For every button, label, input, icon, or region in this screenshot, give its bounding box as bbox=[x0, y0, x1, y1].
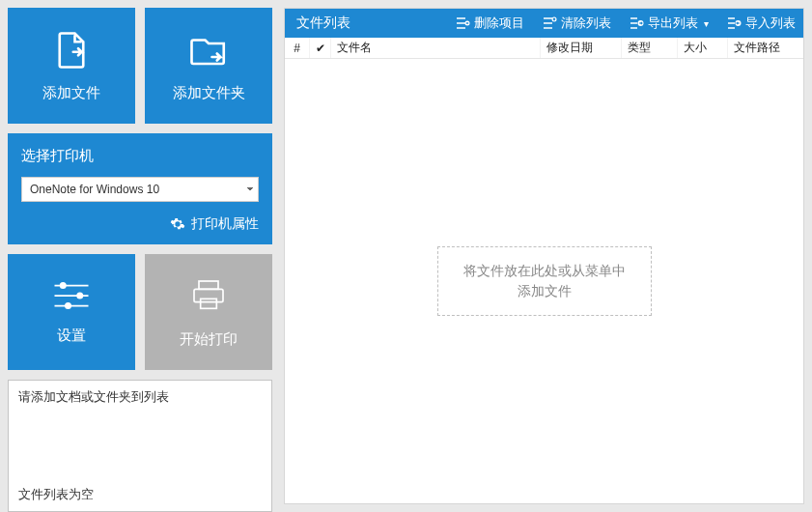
start-print-button: 开始打印 bbox=[145, 254, 272, 370]
delete-item-button[interactable]: 删除项目 bbox=[451, 14, 528, 32]
export-label: 导出列表 bbox=[648, 14, 698, 32]
col-path[interactable]: 文件路径 bbox=[728, 38, 803, 58]
list-delete-icon bbox=[455, 15, 470, 31]
svg-point-1 bbox=[61, 282, 66, 287]
printer-icon bbox=[189, 276, 228, 315]
clear-list-button[interactable]: 清除列表 bbox=[538, 14, 615, 32]
printer-panel-title: 选择打印机 bbox=[21, 147, 259, 165]
status-box: 请添加文档或文件夹到列表 文件列表为空 bbox=[8, 380, 272, 512]
svg-point-3 bbox=[77, 293, 82, 298]
file-drop-zone[interactable]: 将文件放在此处或从菜单中 添加文件 bbox=[285, 59, 803, 503]
list-export-icon bbox=[629, 15, 644, 31]
printer-properties-label: 打印机属性 bbox=[191, 215, 259, 233]
tile-row: 添加文件 添加文件夹 bbox=[8, 8, 272, 124]
list-clear-icon bbox=[542, 15, 557, 31]
start-print-label: 开始打印 bbox=[180, 330, 238, 349]
col-check[interactable]: ✔ bbox=[310, 38, 331, 58]
svg-rect-7 bbox=[194, 289, 223, 301]
printer-select[interactable]: OneNote for Windows 10 bbox=[21, 177, 259, 202]
file-list-panel: 文件列表 删除项目 清除列表 导出列表▾ 导入列表 # ✔ 文件名 修改日期 类… bbox=[284, 8, 804, 504]
col-filename[interactable]: 文件名 bbox=[331, 38, 541, 58]
file-list-title: 文件列表 bbox=[296, 14, 441, 32]
svg-rect-8 bbox=[201, 299, 217, 308]
drop-line-1: 将文件放在此处或从菜单中 bbox=[463, 263, 626, 278]
status-line-1: 请添加文档或文件夹到列表 bbox=[18, 388, 262, 406]
delete-label: 删除项目 bbox=[474, 14, 524, 32]
drop-line-2: 添加文件 bbox=[518, 283, 572, 299]
import-list-button[interactable]: 导入列表 bbox=[722, 14, 799, 32]
sliders-icon bbox=[51, 280, 92, 311]
col-type[interactable]: 类型 bbox=[622, 38, 678, 58]
action-row: 设置 开始打印 bbox=[8, 254, 272, 370]
printer-panel: 选择打印机 OneNote for Windows 10 打印机属性 bbox=[8, 133, 272, 244]
folder-add-icon bbox=[188, 30, 229, 71]
import-label: 导入列表 bbox=[745, 14, 796, 32]
svg-rect-6 bbox=[199, 281, 218, 289]
col-date[interactable]: 修改日期 bbox=[541, 38, 622, 58]
chevron-down-icon: ▾ bbox=[704, 18, 709, 29]
settings-label: 设置 bbox=[57, 327, 86, 345]
column-headers: # ✔ 文件名 修改日期 类型 大小 文件路径 bbox=[285, 38, 803, 59]
printer-properties-button[interactable]: 打印机属性 bbox=[21, 215, 259, 233]
col-size[interactable]: 大小 bbox=[678, 38, 728, 58]
svg-point-5 bbox=[66, 302, 70, 307]
gear-icon bbox=[170, 216, 185, 232]
list-import-icon bbox=[726, 15, 742, 31]
left-panel: 添加文件 添加文件夹 选择打印机 OneNote for Windows 10 … bbox=[0, 0, 280, 512]
clear-label: 清除列表 bbox=[561, 14, 611, 32]
add-file-label: 添加文件 bbox=[42, 84, 100, 102]
file-add-icon bbox=[51, 30, 92, 71]
drop-hint: 将文件放在此处或从菜单中 添加文件 bbox=[437, 246, 652, 316]
add-folder-button[interactable]: 添加文件夹 bbox=[145, 8, 272, 124]
settings-button[interactable]: 设置 bbox=[8, 254, 135, 370]
export-list-button[interactable]: 导出列表▾ bbox=[625, 14, 713, 32]
file-list-header: 文件列表 删除项目 清除列表 导出列表▾ 导入列表 bbox=[285, 9, 803, 38]
add-folder-label: 添加文件夹 bbox=[173, 84, 245, 102]
add-file-button[interactable]: 添加文件 bbox=[8, 8, 135, 124]
col-number[interactable]: # bbox=[285, 38, 310, 58]
status-line-2: 文件列表为空 bbox=[18, 486, 262, 503]
